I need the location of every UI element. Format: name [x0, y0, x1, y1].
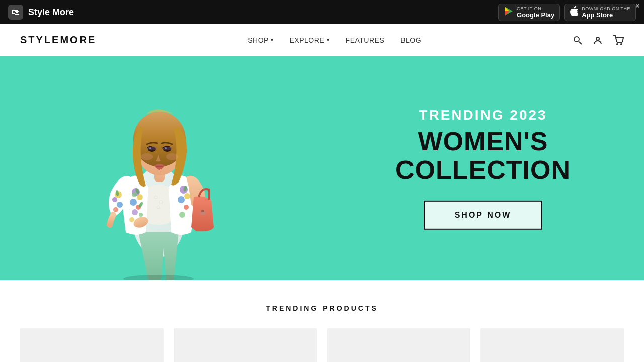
top-bar-brand: 🛍 Style More	[8, 5, 74, 20]
svg-point-31	[117, 202, 123, 208]
shop-chevron-icon: ▾	[271, 37, 274, 43]
svg-point-26	[184, 205, 189, 210]
hero-title: WOMEN'S COLLECTION	[352, 127, 614, 184]
svg-point-6	[596, 37, 599, 40]
trending-section: TRENDING PRODUCTS	[0, 280, 644, 362]
trending-title: TRENDING PRODUCTS	[20, 304, 624, 312]
svg-point-27	[179, 212, 185, 218]
account-icon[interactable]	[593, 35, 603, 45]
svg-rect-35	[201, 210, 204, 212]
hero-cta-button[interactable]: SHOP NOW	[424, 201, 543, 230]
nav-item-explore[interactable]: EXPLORE ▾	[289, 36, 329, 44]
google-play-icon	[504, 6, 514, 19]
svg-point-30	[112, 197, 117, 202]
app-store-small: Download on the	[582, 6, 630, 11]
hero-image	[0, 56, 322, 280]
top-bar: 🛍 Style More GET IT ON Google Play	[0, 0, 644, 24]
product-card[interactable]	[480, 328, 624, 362]
hero-content: TRENDING 2023 WOMEN'S COLLECTION SHOP NO…	[352, 107, 614, 229]
brand-icon: 🛍	[8, 5, 23, 20]
svg-point-25	[178, 196, 185, 203]
svg-point-20	[129, 217, 134, 222]
svg-point-8	[621, 44, 622, 45]
hero-subtitle: TRENDING 2023	[352, 107, 614, 123]
svg-point-19	[139, 213, 143, 217]
svg-point-18	[132, 209, 138, 215]
hero-model-svg	[65, 56, 257, 280]
svg-point-32	[113, 207, 118, 212]
svg-point-14	[132, 192, 137, 197]
google-play-small: GET IT ON	[517, 6, 554, 11]
nav-link-shop[interactable]: SHOP ▾	[248, 36, 273, 44]
app-store-badge[interactable]: Download on the App Store	[564, 4, 636, 21]
product-card[interactable]	[327, 328, 470, 362]
svg-point-16	[130, 199, 137, 206]
google-play-badge[interactable]: GET IT ON Google Play	[498, 4, 560, 21]
nav-link-explore[interactable]: EXPLORE ▾	[289, 36, 329, 44]
nav-link-features[interactable]: FEATURES	[346, 36, 385, 44]
product-card[interactable]	[174, 328, 317, 362]
svg-point-47	[166, 153, 178, 160]
hero-section: TRENDING 2023 WOMEN'S COLLECTION SHOP NO…	[0, 56, 644, 280]
brand-name: Style More	[28, 7, 74, 18]
svg-point-46	[141, 153, 153, 160]
apple-icon	[570, 6, 579, 19]
nav-item-features[interactable]: FEATURES	[346, 36, 385, 44]
close-button[interactable]: ×	[631, 0, 644, 12]
app-store-large: App Store	[582, 11, 630, 19]
app-badges: GET IT ON Google Play Download on the Ap…	[498, 4, 636, 21]
nav-item-blog[interactable]: BLOG	[400, 36, 421, 44]
google-play-text: GET IT ON Google Play	[517, 6, 554, 19]
product-card[interactable]	[20, 328, 164, 362]
svg-line-5	[579, 42, 582, 44]
nav-logo[interactable]: STYLEMORE	[20, 34, 96, 46]
search-icon[interactable]	[573, 35, 583, 45]
google-play-large: Google Play	[517, 11, 554, 19]
nav-item-shop[interactable]: SHOP ▾	[248, 36, 273, 44]
svg-point-4	[574, 37, 579, 42]
app-store-text: Download on the App Store	[582, 6, 630, 19]
nav-links: SHOP ▾ EXPLORE ▾ FEATURES BLOG	[248, 36, 421, 44]
svg-point-15	[137, 194, 143, 200]
explore-chevron-icon: ▾	[327, 37, 330, 43]
svg-point-7	[617, 44, 618, 45]
nav-link-blog[interactable]: BLOG	[400, 36, 421, 44]
navbar: STYLEMORE SHOP ▾ EXPLORE ▾ FEATURES BLOG	[0, 24, 644, 56]
cart-icon[interactable]	[613, 35, 624, 45]
nav-icons	[573, 35, 624, 45]
product-grid	[20, 328, 624, 362]
svg-point-48	[123, 275, 194, 280]
svg-point-24	[184, 193, 190, 199]
